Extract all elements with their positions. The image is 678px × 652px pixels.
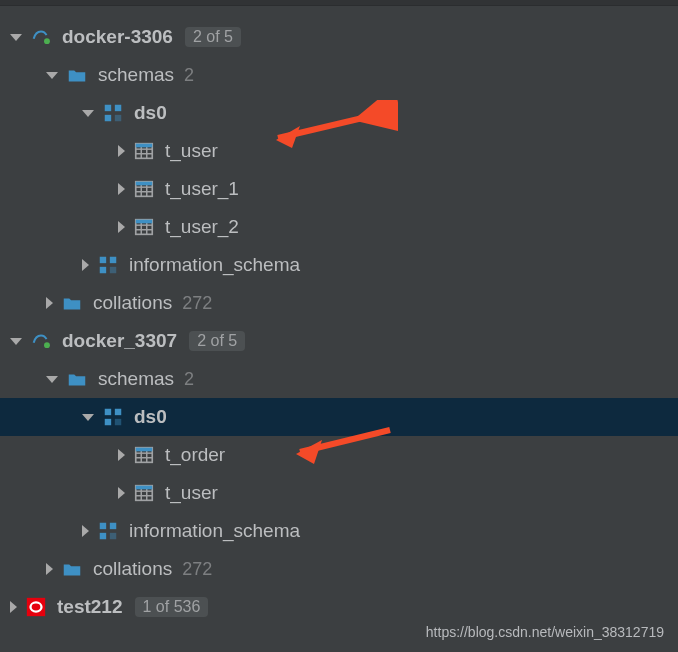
count-badge: 272 [182, 293, 212, 314]
mysql-icon [30, 26, 52, 48]
tree-row-information-schema-3306[interactable]: information_schema [0, 246, 678, 284]
chevron-right-icon[interactable] [10, 601, 17, 613]
chevron-right-icon[interactable] [82, 525, 89, 537]
count-badge: 272 [182, 559, 212, 580]
schema-icon [102, 102, 124, 124]
schema-icon [97, 520, 119, 542]
node-label: test212 [57, 596, 123, 618]
chevron-right-icon[interactable] [118, 221, 125, 233]
tree-row-ds0-3306[interactable]: ds0 [0, 94, 678, 132]
tree-row-db-docker-3307[interactable]: docker_33072 of 5 [0, 322, 678, 360]
chevron-right-icon[interactable] [118, 449, 125, 461]
node-label: information_schema [129, 520, 300, 542]
chevron-down-icon[interactable] [82, 110, 94, 117]
tree-row-t-user-1-3306[interactable]: t_user_1 [0, 170, 678, 208]
folder-icon [66, 64, 88, 86]
node-label: collations [93, 558, 172, 580]
tree-row-collations-3306[interactable]: collations272 [0, 284, 678, 322]
filter-badge[interactable]: 2 of 5 [185, 27, 241, 47]
tree-row-t-user-2-3306[interactable]: t_user_2 [0, 208, 678, 246]
folder-icon [66, 368, 88, 390]
node-label: ds0 [134, 406, 167, 428]
schema-icon [102, 406, 124, 428]
node-label: docker-3306 [62, 26, 173, 48]
chevron-down-icon[interactable] [46, 376, 58, 383]
chevron-right-icon[interactable] [82, 259, 89, 271]
schema-icon [97, 254, 119, 276]
chevron-right-icon[interactable] [46, 563, 53, 575]
chevron-right-icon[interactable] [118, 183, 125, 195]
tree-row-information-schema-3307[interactable]: information_schema [0, 512, 678, 550]
chevron-down-icon[interactable] [10, 34, 22, 41]
table-icon [133, 140, 155, 162]
table-icon [133, 444, 155, 466]
tree-row-db-test212[interactable]: test2121 of 536 [0, 588, 678, 626]
filter-badge[interactable]: 1 of 536 [135, 597, 209, 617]
count-badge: 2 [184, 65, 194, 86]
node-label: t_order [165, 444, 225, 466]
node-label: schemas [98, 368, 174, 390]
node-label: schemas [98, 64, 174, 86]
node-label: t_user [165, 140, 218, 162]
table-icon [133, 482, 155, 504]
tree-row-schemas-3306[interactable]: schemas2 [0, 56, 678, 94]
chevron-down-icon[interactable] [46, 72, 58, 79]
chevron-right-icon[interactable] [46, 297, 53, 309]
tree-row-t-user-3306[interactable]: t_user [0, 132, 678, 170]
watermark-text: https://blog.csdn.net/weixin_38312719 [426, 624, 664, 640]
chevron-down-icon[interactable] [10, 338, 22, 345]
chevron-right-icon[interactable] [118, 145, 125, 157]
node-label: docker_3307 [62, 330, 177, 352]
node-label: t_user_1 [165, 178, 239, 200]
tree-row-collations-3307[interactable]: collations272 [0, 550, 678, 588]
table-icon [133, 216, 155, 238]
database-tree: docker-33062 of 5schemas2ds0t_usert_user… [0, 6, 678, 626]
mysql-icon [30, 330, 52, 352]
tree-row-t-user-3307[interactable]: t_user [0, 474, 678, 512]
tree-row-t-order-3307[interactable]: t_order [0, 436, 678, 474]
tree-row-db-docker-3306[interactable]: docker-33062 of 5 [0, 18, 678, 56]
folder-icon [61, 558, 83, 580]
node-label: collations [93, 292, 172, 314]
chevron-right-icon[interactable] [118, 487, 125, 499]
chevron-down-icon[interactable] [82, 414, 94, 421]
count-badge: 2 [184, 369, 194, 390]
tree-row-schemas-3307[interactable]: schemas2 [0, 360, 678, 398]
node-label: ds0 [134, 102, 167, 124]
table-icon [133, 178, 155, 200]
node-label: t_user [165, 482, 218, 504]
filter-badge[interactable]: 2 of 5 [189, 331, 245, 351]
tree-row-ds0-3307[interactable]: ds0 [0, 398, 678, 436]
oracle-icon [25, 596, 47, 618]
folder-icon [61, 292, 83, 314]
node-label: t_user_2 [165, 216, 239, 238]
node-label: information_schema [129, 254, 300, 276]
